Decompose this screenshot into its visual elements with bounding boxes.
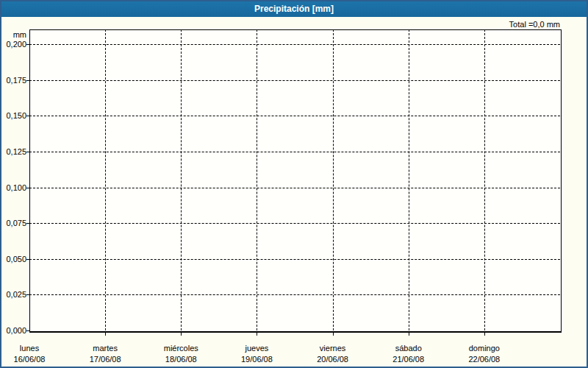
x-axis-tick: [257, 332, 257, 336]
y-axis-tick-label: 0,000: [1, 326, 26, 336]
x-axis-tick: [181, 332, 182, 336]
x-axis-date-label: 16/06/08: [0, 355, 68, 364]
plot-area: [29, 29, 562, 333]
y-axis-tick-label: 0,025: [1, 290, 26, 300]
x-axis-day-label: domingo: [446, 344, 523, 353]
y-axis-tick: [26, 188, 29, 188]
x-axis-date-label: 17/06/08: [67, 355, 143, 364]
y-gridline: [29, 223, 560, 224]
y-axis-tick-label: 0,200: [1, 40, 26, 49]
x-gridline: [181, 29, 182, 330]
chart-title-bar: Precipitación [mm]: [1, 1, 587, 17]
y-gridline: [29, 116, 560, 116]
x-gridline: [484, 29, 485, 330]
x-axis-day-label: viernes: [295, 344, 371, 353]
y-axis-tick: [26, 330, 29, 331]
x-axis-tick: [409, 332, 409, 336]
x-gridline: [257, 29, 257, 330]
x-gridline: [409, 29, 409, 330]
y-axis-tick-label: 0,150: [1, 111, 26, 121]
x-axis-day-label: sábado: [370, 344, 447, 353]
x-axis-date-label: 22/06/08: [446, 355, 523, 364]
y-axis-tick: [26, 259, 29, 260]
x-axis-day-label: miércoles: [143, 344, 219, 353]
x-axis-tick: [484, 332, 485, 336]
y-axis-tick-label: 0,100: [1, 183, 26, 193]
x-axis-day-label: martes: [67, 344, 143, 353]
y-axis-tick: [26, 152, 29, 152]
y-gridline: [29, 44, 560, 45]
chart-title: Precipitación [mm]: [254, 4, 334, 14]
x-axis-tick: [333, 332, 334, 336]
x-gridline: [105, 29, 106, 330]
x-axis-day-label: jueves: [218, 344, 295, 353]
chart-window: Precipitación [mm] Total =0,0 mm mm 0,00…: [0, 0, 588, 368]
y-axis-tick-label: 0,125: [1, 147, 26, 157]
y-axis-tick: [26, 44, 29, 45]
y-axis-tick: [26, 80, 29, 81]
y-gridline: [29, 80, 560, 81]
y-axis-tick-label: 0,075: [1, 219, 26, 228]
y-axis-tick: [26, 116, 29, 116]
x-axis-date-label: 21/06/08: [370, 355, 447, 364]
y-gridline: [29, 188, 560, 188]
y-gridline: [29, 294, 560, 295]
y-axis-tick: [26, 223, 29, 224]
y-axis-tick: [26, 294, 29, 295]
x-axis-date-label: 18/06/08: [143, 355, 219, 364]
x-axis-tick: [105, 332, 106, 336]
x-gridline: [333, 29, 334, 330]
y-gridline: [29, 152, 560, 152]
y-axis-tick-label: 0,175: [1, 76, 26, 85]
x-axis-date-label: 20/06/08: [295, 355, 371, 364]
y-axis-unit-label: mm: [1, 30, 26, 39]
y-axis-tick-label: 0,050: [1, 255, 26, 264]
x-axis-date-label: 19/06/08: [218, 355, 295, 364]
y-gridline: [29, 259, 560, 260]
x-axis-day-label: lunes: [0, 344, 68, 353]
total-value-label: Total =0,0 mm: [509, 20, 560, 29]
